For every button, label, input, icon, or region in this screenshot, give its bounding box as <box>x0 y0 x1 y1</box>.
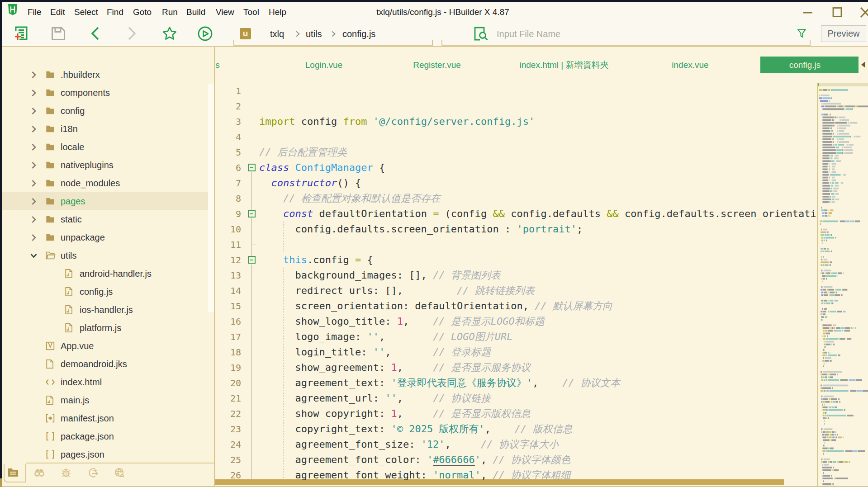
fold-marker[interactable] <box>248 164 256 171</box>
tree-item-i18n[interactable]: i18n <box>2 120 208 138</box>
tab-scroll-left-icon[interactable] <box>861 61 865 68</box>
tree-item-config-js[interactable]: config.js <box>2 283 208 301</box>
tree-item-android-handler-js[interactable]: android-handler.js <box>2 265 208 283</box>
chevron-right-icon[interactable] <box>30 161 38 169</box>
file-icon <box>45 359 56 369</box>
fold-marker[interactable] <box>248 210 256 217</box>
tree-item-label: manifest.json <box>61 409 114 427</box>
line-number: 3 <box>215 114 241 129</box>
search-panel-icon[interactable] <box>34 467 45 478</box>
code-pane[interactable]: 123import config from '@/config/server.c… <box>215 83 817 480</box>
files-panel-icon[interactable] <box>8 467 19 478</box>
tree-item-static[interactable]: static <box>2 210 208 228</box>
tree-item-nativeplugins[interactable]: nativeplugins <box>2 156 208 174</box>
menu-find[interactable]: Find <box>107 2 123 23</box>
code-token-cmt: // 是否显示服务协议 <box>433 362 531 373</box>
editor-horizontal-scrollbar[interactable] <box>215 479 784 485</box>
web-panel-icon[interactable] <box>114 467 125 478</box>
menu-edit[interactable]: Edit <box>50 2 65 23</box>
chevron-down-icon[interactable] <box>30 252 38 260</box>
menu-run[interactable]: Run <box>162 2 178 23</box>
console-panel-icon[interactable] <box>88 467 99 478</box>
chevron-right-icon[interactable] <box>30 71 38 79</box>
preview-button[interactable]: Preview <box>821 25 866 42</box>
tree-item-ios-handler-js[interactable]: ios-handler.js <box>2 301 208 319</box>
code-token-pl: (config <box>439 208 493 219</box>
menu-view[interactable]: View <box>216 2 234 23</box>
line-number: 13 <box>215 268 241 283</box>
code-text: const defaultOrientation = (config && co… <box>259 206 817 222</box>
minimap-viewport[interactable] <box>818 83 868 86</box>
tree-item-package-json[interactable]: package.json <box>2 427 208 445</box>
code-line-21: 21 agreement_url: '', // 协议链接 <box>215 391 817 406</box>
tabstrip: sLogin.vueRegister.vueindex.html | 新增資料夾… <box>215 47 868 83</box>
tree-item-node-modules[interactable]: node_modules <box>2 174 208 192</box>
chevron-right-icon[interactable] <box>30 216 38 223</box>
maximize-button[interactable] <box>826 2 847 23</box>
favorite-star-icon[interactable] <box>162 26 177 40</box>
tab-register-vue[interactable]: Register.vue <box>369 57 505 73</box>
back-icon[interactable] <box>91 27 99 40</box>
chevron-right-icon[interactable] <box>30 234 38 241</box>
code-token-pl: , <box>385 346 433 358</box>
code-token-pl: () { <box>337 177 361 189</box>
tree-item-demoandroid-jks[interactable]: demoandroid.jks <box>2 355 208 373</box>
chevron-right-icon[interactable] <box>30 125 38 133</box>
breadcrumb-item[interactable]: utils <box>306 26 322 42</box>
chevron-right-icon[interactable] <box>30 198 38 205</box>
forward-icon[interactable] <box>128 27 136 40</box>
chevron-right-icon[interactable] <box>30 143 38 151</box>
code-token-pl: login_title: <box>259 346 373 358</box>
tree-item--hbuilderx[interactable]: .hbuilderx <box>2 66 208 84</box>
minimap[interactable] <box>818 83 868 487</box>
new-file-icon[interactable] <box>15 26 28 40</box>
tree-item-index-html[interactable]: index.html <box>2 373 208 391</box>
chevron-right-icon[interactable] <box>30 89 38 97</box>
tree-item-manifest-json[interactable]: manifest.json <box>2 409 208 427</box>
code-line-14: 14 redirect_urls: [], // 跳转链接列表 <box>215 283 817 298</box>
code-line-17: 17 logo_image: '', // LOGO图片URL <box>215 329 817 345</box>
chevron-right-icon[interactable] <box>30 107 38 115</box>
menu-goto[interactable]: Goto <box>133 2 152 23</box>
menu-help[interactable]: Help <box>269 2 286 23</box>
tree-item-unpackage[interactable]: unpackage <box>2 228 208 246</box>
code-token-pl: , <box>397 392 433 404</box>
breadcrumb-item[interactable]: txlq <box>270 26 284 42</box>
line-number: 16 <box>215 314 241 329</box>
tree-item-label: unpackage <box>61 228 105 246</box>
folder-icon <box>45 214 56 224</box>
tree-item-config[interactable]: config <box>2 102 208 120</box>
tree-item-label: locale <box>61 138 84 156</box>
menu-select[interactable]: Select <box>74 2 98 23</box>
run-icon[interactable] <box>198 26 213 41</box>
tree-item-components[interactable]: components <box>2 84 208 102</box>
code-line-12: 12 this.config = { <box>215 252 817 268</box>
tab-config-js[interactable]: config.js <box>760 57 859 73</box>
breadcrumb-item[interactable]: config.js <box>342 26 375 42</box>
filter-icon[interactable] <box>797 29 806 38</box>
tree-item-label: android-handler.js <box>80 265 152 283</box>
debug-panel-icon[interactable] <box>61 467 71 478</box>
fold-marker[interactable] <box>248 256 256 264</box>
tree-item-locale[interactable]: locale <box>2 138 208 156</box>
code-token-cls: this <box>283 254 307 265</box>
folder-icon <box>45 196 56 206</box>
tab-index-html-[interactable]: index.html | 新增資料夾 <box>496 57 632 73</box>
menu-build[interactable]: Build <box>186 2 205 23</box>
menu-tool[interactable]: Tool <box>243 2 259 23</box>
tree-item-platform-js[interactable]: platform.js <box>2 319 208 337</box>
minimap-viewport-tick <box>818 83 819 86</box>
tree-item-pages-json[interactable]: pages.json <box>2 445 208 463</box>
chevron-right-icon[interactable] <box>30 180 38 187</box>
close-button[interactable] <box>855 2 868 23</box>
tree-item-app-vue[interactable]: App.vue <box>2 337 208 355</box>
save-icon[interactable] <box>52 27 65 40</box>
minimize-button[interactable] <box>797 2 818 23</box>
menu-file[interactable]: File <box>28 2 42 23</box>
tree-item-main-js[interactable]: main.js <box>2 391 208 409</box>
tab-index-vue[interactable]: index.vue <box>622 57 758 73</box>
tree-item-pages[interactable]: pages <box>2 192 208 210</box>
tree-item-utils[interactable]: utils <box>2 246 208 265</box>
code-line-24: 24 agreement_font_size: '12', // 协议字体大小 <box>215 437 817 452</box>
code-line-8: 8 // 检查配置对象和默认值是否存在 <box>215 191 817 206</box>
